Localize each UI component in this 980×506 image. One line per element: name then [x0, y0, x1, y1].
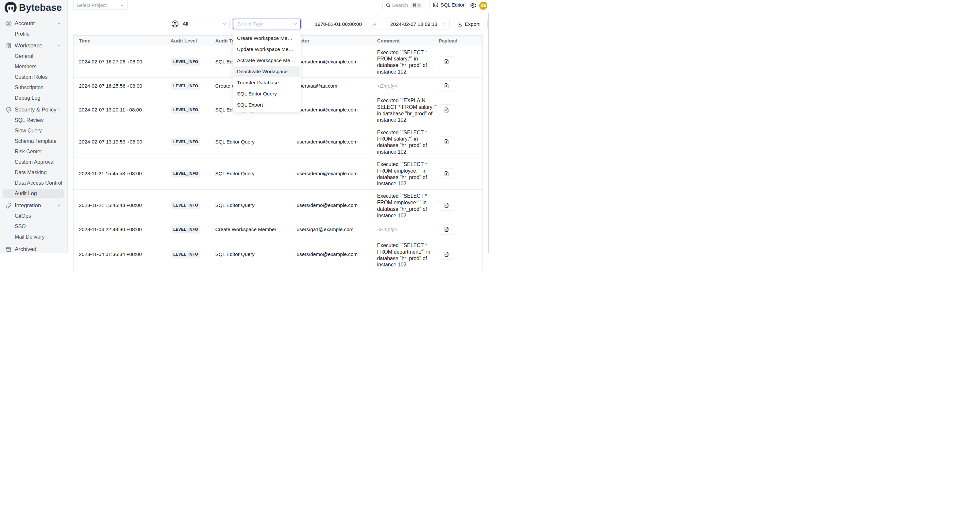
svg-text:Bytebase: Bytebase: [19, 2, 62, 13]
